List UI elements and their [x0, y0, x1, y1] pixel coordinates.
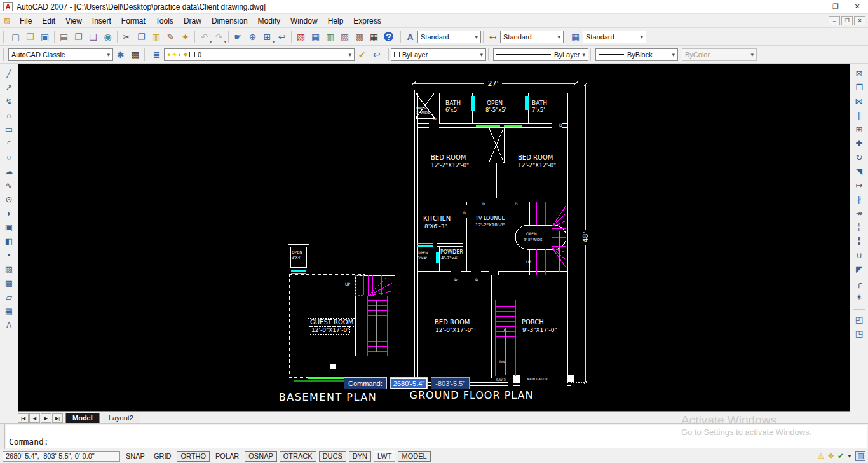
extend-button[interactable]: ↠: [851, 206, 867, 220]
multiline-text-button[interactable]: A: [1, 318, 17, 332]
toolbar-grip[interactable]: [3, 48, 6, 61]
command-window-grip[interactable]: [0, 424, 5, 449]
hatch-button[interactable]: ▨: [1, 262, 17, 276]
plot-preview-button[interactable]: ❐: [71, 29, 86, 44]
toolbar-grip[interactable]: [398, 31, 401, 43]
status-snap-button[interactable]: SNAP: [123, 451, 148, 462]
workspace-settings-button[interactable]: ✱: [113, 47, 128, 62]
designcenter-button[interactable]: ▦: [308, 29, 323, 44]
coordinates-display[interactable]: 2680'-5.4", -803'-5.5", 0'-0.0": [3, 451, 120, 462]
make-block-button[interactable]: ◧: [1, 234, 17, 248]
mirror-button[interactable]: ⋈: [851, 94, 867, 108]
trim-button[interactable]: ∦: [851, 192, 867, 206]
ellipse-arc-button[interactable]: ◗: [1, 206, 17, 220]
dynamic-input-y-field[interactable]: -803'-5.5": [431, 377, 470, 389]
line-button[interactable]: ╱: [1, 66, 17, 80]
scale-button[interactable]: ◥: [851, 164, 867, 178]
tray-menu-arrow-icon[interactable]: ▼: [847, 453, 852, 459]
text-style-manager-button[interactable]: A: [403, 29, 417, 44]
polyline-button[interactable]: ↯: [1, 94, 17, 108]
menu-express[interactable]: Express: [348, 15, 386, 27]
toolbar-grip[interactable]: [488, 48, 491, 61]
etransmit-button[interactable]: ◉: [100, 29, 115, 44]
quickcalc-button[interactable]: ▦: [367, 29, 381, 44]
zoom-previous-button[interactable]: ↩: [275, 29, 289, 44]
revision-cloud-button[interactable]: ☁: [1, 164, 17, 178]
arc-button[interactable]: ◜: [1, 136, 17, 150]
plot-button[interactable]: ▤: [57, 29, 71, 44]
status-model-button[interactable]: MODEL: [398, 451, 430, 462]
table-button[interactable]: ▦: [1, 304, 17, 318]
menu-draw[interactable]: Draw: [179, 15, 207, 27]
clean-screen-button[interactable]: [855, 451, 865, 461]
zoom-realtime-button[interactable]: ⊕: [245, 29, 260, 44]
mdi-close-button[interactable]: ✕: [854, 16, 865, 25]
layer-properties-button[interactable]: ≣: [149, 47, 164, 62]
markup-set-manager-button[interactable]: ▩: [352, 29, 367, 44]
tab-model[interactable]: Model: [65, 413, 100, 423]
explode-button[interactable]: ✶: [851, 290, 867, 304]
dim-style-combo[interactable]: Standard ▾: [500, 31, 564, 43]
construction-line-button[interactable]: ↗: [1, 80, 17, 94]
status-ducs-button[interactable]: DUCS: [319, 451, 346, 462]
send-to-back-button[interactable]: ◳: [851, 326, 867, 340]
help-button[interactable]: ?: [381, 29, 396, 44]
chamfer-button[interactable]: ◤: [851, 262, 867, 276]
rotate-button[interactable]: ↻: [851, 150, 867, 164]
color-control-combo[interactable]: ByLayer ▾: [391, 48, 486, 61]
spline-button[interactable]: ∿: [1, 178, 17, 192]
toolbar-lock-icon[interactable]: ❖: [827, 452, 834, 460]
status-osnap-button[interactable]: OSNAP: [245, 451, 277, 462]
menu-file[interactable]: File: [15, 15, 37, 27]
dim-style-manager-button[interactable]: ↤: [485, 29, 500, 44]
tool-palettes-button[interactable]: ▥: [323, 29, 337, 44]
dynamic-input-x-field[interactable]: 2680'-5.4": [390, 377, 428, 389]
restore-button[interactable]: ❐: [825, 0, 846, 13]
menu-insert[interactable]: Insert: [87, 15, 116, 27]
save-file-button[interactable]: ▣: [37, 29, 52, 44]
ellipse-button[interactable]: ⊙: [1, 192, 17, 206]
table-style-combo[interactable]: Standard ▾: [583, 31, 646, 43]
pan-button[interactable]: ☛: [231, 29, 245, 44]
status-ortho-button[interactable]: ORTHO: [177, 451, 210, 462]
text-style-combo[interactable]: Standard ▾: [417, 31, 481, 43]
tab-scroll-prev-button[interactable]: ◀: [29, 413, 40, 423]
redo-button[interactable]: ↷▾: [212, 29, 226, 44]
rectangle-button[interactable]: ▭: [1, 122, 17, 136]
copy-object-button[interactable]: ❐: [851, 80, 867, 94]
paste-button[interactable]: ▥: [149, 29, 163, 44]
bring-to-front-button[interactable]: ◰: [851, 312, 867, 326]
undo-button[interactable]: ↶▾: [197, 29, 212, 44]
toolbar-grip[interactable]: [386, 48, 389, 61]
point-button[interactable]: •: [1, 248, 17, 262]
menu-view[interactable]: View: [60, 15, 87, 27]
command-input[interactable]: Command:: [6, 425, 867, 448]
menu-tools[interactable]: Tools: [151, 15, 179, 27]
stretch-button[interactable]: ↦: [851, 178, 867, 192]
close-button[interactable]: ✕: [846, 0, 868, 13]
table-style-manager-button[interactable]: ▦: [568, 29, 583, 44]
properties-palette-button[interactable]: ▧: [294, 29, 308, 44]
lineweight-control-combo[interactable]: ByBlock ▾: [595, 48, 678, 61]
linetype-control-combo[interactable]: ByLayer ▾: [493, 48, 588, 61]
layer-combo[interactable]: ● ☀ ◐ ❖ 0 ▾: [164, 48, 355, 61]
move-button[interactable]: ✚: [851, 136, 867, 150]
make-layer-current-button[interactable]: ✔: [355, 47, 369, 62]
mdi-restore-button[interactable]: ❐: [841, 16, 853, 25]
block-editor-button[interactable]: ✦: [178, 29, 193, 44]
offset-button[interactable]: ∥: [851, 108, 867, 122]
copy-button[interactable]: ❐: [134, 29, 149, 44]
menu-modify[interactable]: Modify: [253, 15, 285, 27]
tab-scroll-last-button[interactable]: ▶|: [52, 413, 63, 423]
minimize-button[interactable]: –: [803, 0, 825, 13]
break-at-point-button[interactable]: ╎: [851, 220, 867, 234]
join-button[interactable]: ∪: [851, 248, 867, 262]
status-polar-button[interactable]: POLAR: [212, 451, 242, 462]
tab-scroll-next-button[interactable]: ▶: [41, 413, 51, 423]
zoom-window-button[interactable]: ⊞▾: [260, 29, 275, 44]
mdi-minimize-button[interactable]: –: [829, 16, 840, 25]
insert-block-button[interactable]: ▣: [1, 220, 17, 234]
menu-format[interactable]: Format: [116, 15, 151, 27]
status-lwt-button[interactable]: LWT: [374, 451, 395, 462]
workspace-combo[interactable]: AutoCAD Classic ▾: [8, 48, 113, 61]
